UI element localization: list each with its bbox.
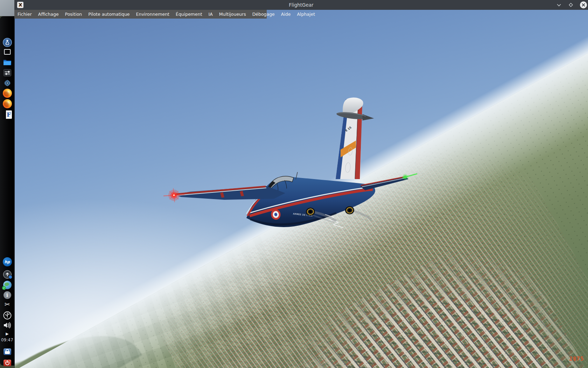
menu-item-affichage[interactable]: Affichage	[35, 10, 62, 19]
green-nav-light	[402, 174, 417, 180]
settings-sliders-icon[interactable]	[3, 69, 11, 76]
hp-tools-icon[interactable]: hp	[3, 257, 12, 266]
fuselage: ARMEE DE L'AIR	[246, 172, 375, 228]
titlebar[interactable]: X FlightGear	[14, 0, 588, 10]
maximize-button[interactable]	[567, 1, 575, 9]
firefox-icon-2[interactable]	[3, 99, 12, 108]
window-title: FlightGear	[14, 0, 588, 10]
menubar: Fichier Affichage Position Pilote automa…	[14, 10, 267, 19]
firefox-icon[interactable]	[3, 89, 12, 98]
menu-item-ia[interactable]: IA	[205, 10, 216, 19]
flightgear-window: E 15	[14, 0, 588, 368]
desktop-pager-icon[interactable]	[4, 49, 10, 55]
check-badge: ✓	[2, 286, 6, 290]
clipboard-scissors-icon[interactable]: ✂	[5, 300, 10, 308]
menu-item-alphajet[interactable]: Alphajet	[294, 10, 318, 19]
tail-fin: E 15	[336, 97, 374, 179]
power-bar	[7, 360, 8, 363]
file-manager-icon[interactable]	[3, 59, 12, 66]
menu-item-aide[interactable]: Aide	[278, 10, 294, 19]
software-updates-icon[interactable]	[3, 270, 12, 279]
system-settings-gear-icon[interactable]	[3, 79, 12, 87]
menu-item-equipement[interactable]: Équipement	[173, 10, 205, 19]
flightgear-3d-viewport[interactable]: E 15	[14, 10, 588, 368]
chevron-down-icon	[556, 2, 561, 7]
flightgear-f-glyph: F	[6, 110, 12, 119]
close-button[interactable]	[580, 1, 587, 9]
panel-clock[interactable]: 09:47	[1, 338, 13, 342]
alpha-jet-aircraft: E 15	[15, 10, 588, 368]
diamond-icon	[568, 2, 574, 8]
left-wing	[174, 186, 285, 200]
minimize-button[interactable]	[555, 1, 563, 9]
menu-item-position[interactable]: Position	[62, 10, 85, 19]
volume-icon[interactable]	[3, 322, 12, 329]
power-icon[interactable]	[4, 360, 11, 366]
menu-item-fichier[interactable]: Fichier	[14, 10, 35, 19]
desktop-wallpaper	[0, 0, 16, 16]
app-launcher-icon[interactable]	[3, 38, 12, 47]
menu-item-multijoueurs[interactable]: Multijoueurs	[216, 10, 249, 19]
flightgear-icon[interactable]: F	[3, 110, 12, 119]
lock-screen-icon[interactable]	[4, 348, 11, 355]
update-badge	[8, 275, 12, 279]
panel-expander-icon[interactable]: ▶	[6, 332, 8, 336]
network-globe-icon[interactable]: ✓	[3, 281, 12, 289]
usb-device-icon[interactable]	[3, 311, 12, 320]
lock-body	[5, 351, 10, 354]
info-icon[interactable]: i	[4, 291, 11, 299]
menu-item-debogage[interactable]: Débogage	[249, 10, 278, 19]
close-icon	[580, 1, 587, 8]
right-wing	[360, 177, 408, 190]
desktop-panel: F hp ✓ i ✂ ▶ 09:47	[0, 16, 14, 366]
frame-counter: 2875	[569, 355, 584, 362]
menu-item-pilote-automatique[interactable]: Pilote automatique	[85, 10, 133, 19]
menu-item-environnement[interactable]: Environnement	[133, 10, 173, 19]
